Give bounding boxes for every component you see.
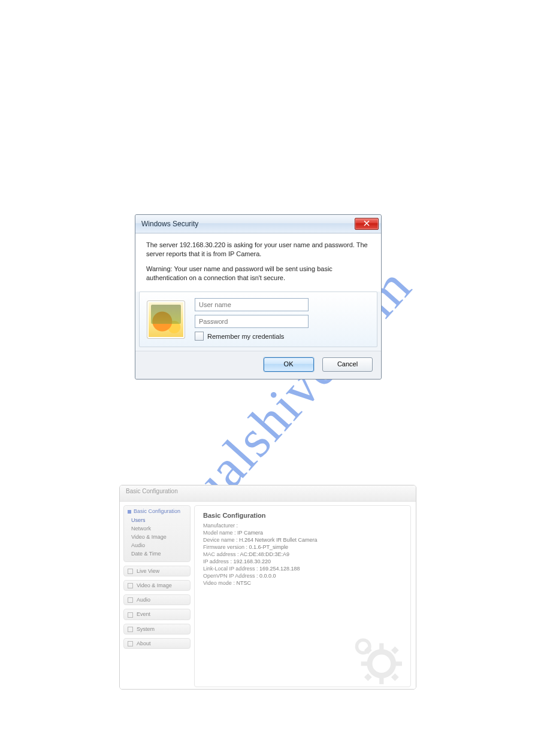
sidebar-item-label: Event (135, 610, 150, 618)
svg-rect-7 (364, 673, 372, 681)
svg-rect-4 (395, 661, 402, 666)
dialog-footer: OK Cancel (135, 351, 381, 379)
credential-fields: Remember my credentials (195, 298, 370, 341)
config-panel: Basic Configuration Basic Configuration … (119, 485, 416, 690)
sidebar-item-label: Video & Image (135, 581, 172, 590)
msg1-part-c: . (259, 250, 261, 257)
sidebar-group-title: Basic Configuration (128, 508, 186, 514)
sidebar-item-system[interactable]: System (123, 624, 191, 634)
sidebar-item-video-image[interactable]: Video & Image (128, 533, 186, 541)
dialog-titlebar[interactable]: Windows Security (135, 215, 381, 233)
config-info-row: Link-Local IP address169.254.128.188 (203, 566, 402, 572)
svg-point-9 (356, 640, 370, 653)
config-info-list: ManufacturerModel nameIP CameraDevice na… (203, 523, 402, 586)
sidebar-item-event[interactable]: Event (123, 609, 191, 620)
config-info-label: Manufacturer (203, 523, 238, 529)
username-input[interactable] (195, 298, 309, 311)
svg-rect-6 (391, 673, 399, 681)
config-info-row: Device nameH.264 Network IR Bullet Camer… (203, 537, 402, 543)
gear-icon (342, 630, 408, 684)
config-body: Basic Configuration Users Network Video … (120, 502, 416, 690)
remember-checkbox[interactable] (195, 332, 204, 341)
config-info-label: Video mode (203, 580, 236, 586)
password-input[interactable] (195, 315, 309, 328)
config-info-value: 0.1.6-PT_simple (249, 544, 289, 550)
sidebar-item-video-image-2[interactable]: Video & Image (123, 580, 191, 591)
config-info-row: Manufacturer (203, 523, 402, 529)
sidebar-item-about[interactable]: About (123, 638, 191, 649)
sidebar-item-live-view[interactable]: Live View (123, 566, 191, 576)
config-info-value: NTSC (236, 580, 251, 586)
config-info-label: Link-Local IP address (203, 566, 259, 572)
sidebar-item-label: Audio (135, 596, 150, 604)
config-info-value: 0.0.0.0 (259, 573, 276, 579)
config-info-label: Device name (203, 537, 239, 543)
ok-button[interactable]: OK (264, 357, 314, 372)
remember-row[interactable]: Remember my credentials (195, 332, 370, 341)
config-info-value: 192.168.30.220 (233, 558, 271, 564)
config-info-row: OpenVPN IP Address0.0.0.0 (203, 573, 402, 579)
cancel-button[interactable]: Cancel (322, 357, 373, 372)
svg-point-0 (370, 652, 394, 676)
sidebar-item-label: About (135, 639, 151, 648)
config-info-label: Model name (203, 530, 237, 536)
breadcrumb: Basic Configuration (120, 485, 416, 502)
sidebar-item-users[interactable]: Users (128, 516, 186, 524)
dialog-message-1: The server 192.168.30.220 is asking for … (146, 241, 370, 259)
credential-box: Remember my credentials (139, 292, 377, 347)
config-info-value: 169.254.128.188 (259, 566, 300, 572)
dialog-body: The server 192.168.30.220 is asking for … (135, 233, 381, 292)
config-info-row: Firmware version0.1.6-PT_simple (203, 544, 402, 550)
config-heading: Basic Configuration (203, 512, 402, 519)
config-info-value: IP Camera (237, 530, 263, 536)
config-info-label: OpenVPN IP Address (203, 573, 259, 579)
config-info-label: MAC address (203, 551, 240, 557)
config-sidebar: Basic Configuration Users Network Video … (120, 502, 194, 690)
sidebar-item-network[interactable]: Network (128, 524, 186, 533)
sidebar-item-audio[interactable]: Audio (128, 541, 186, 549)
sidebar-item-label: System (135, 625, 155, 633)
config-info-label: IP address (203, 558, 233, 564)
config-info-value: H.264 Network IR Bullet Camera (239, 537, 318, 543)
sidebar-item-audio-2[interactable]: Audio (123, 594, 191, 605)
svg-rect-1 (379, 643, 383, 650)
dialog-message-2: Warning: Your user name and password wil… (146, 265, 370, 283)
config-info-label: Firmware version (203, 544, 249, 550)
remember-label: Remember my credentials (207, 333, 284, 340)
config-main: Basic Configuration ManufacturerModel na… (194, 505, 411, 687)
sidebar-item-date-time[interactable]: Date & Time (128, 549, 186, 558)
close-button[interactable] (355, 218, 379, 230)
config-info-row: IP address192.168.30.220 (203, 558, 402, 564)
user-avatar-icon (147, 300, 185, 339)
svg-rect-2 (379, 678, 383, 684)
config-info-row: MAC addressAC:DE:48:DD:3E:A9 (203, 551, 402, 557)
svg-rect-3 (361, 661, 368, 666)
sidebar-item-label: Live View (135, 567, 159, 575)
close-icon (364, 220, 370, 227)
config-info-value: AC:DE:48:DD:3E:A9 (240, 551, 290, 557)
config-info-row: Model nameIP Camera (203, 530, 402, 536)
msg1-server-name: IP Camera (228, 250, 259, 257)
dialog-title: Windows Security (141, 220, 355, 228)
sidebar-group-basic[interactable]: Basic Configuration Users Network Video … (123, 505, 191, 562)
svg-rect-8 (391, 646, 399, 654)
config-info-row: Video modeNTSC (203, 580, 402, 586)
windows-security-dialog: Windows Security The server 192.168.30.2… (135, 214, 382, 379)
